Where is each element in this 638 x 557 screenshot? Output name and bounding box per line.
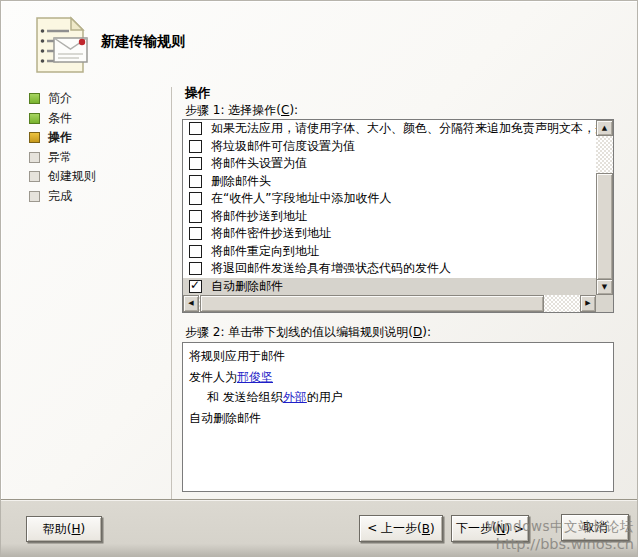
rule-value-link[interactable]: 外部 — [283, 390, 307, 404]
action-checkbox[interactable]: ✓ — [189, 175, 202, 188]
action-label: 将邮件抄送到地址 — [211, 208, 307, 225]
action-checkbox[interactable]: ✓ — [189, 210, 202, 223]
action-row[interactable]: ✓ 将邮件重定向到地址 — [183, 243, 596, 261]
scroll-up-icon[interactable]: ▲ — [596, 120, 613, 136]
step1-label: 步骤 1: 选择操作(C): — [185, 102, 298, 119]
rule-description-line: 发件人为邢俊坚 — [189, 367, 607, 388]
action-row[interactable]: ✓ 将邮件头设置为值 — [183, 155, 596, 173]
help-button[interactable]: 帮助(H) — [26, 516, 102, 542]
action-label: 将邮件密件抄送到地址 — [211, 225, 331, 242]
step-status-icon — [29, 191, 40, 202]
transport-rule-icon — [29, 14, 91, 76]
action-checkbox[interactable]: ✓ — [189, 245, 202, 258]
checkmark-icon: ✓ — [190, 278, 200, 292]
rule-description-line: 和 发送给组织外部的用户 — [189, 387, 607, 408]
rule-description-line: 将规则应用于邮件 — [189, 346, 607, 367]
step-label: 完成 — [48, 188, 72, 205]
action-label: 将垃圾邮件可信度设置为值 — [211, 138, 355, 155]
action-checkbox[interactable]: ✓ — [189, 140, 202, 153]
action-checkbox[interactable]: ✓ — [189, 262, 202, 275]
action-label: 如果无法应用，请使用字体、大小、颜色、分隔符来追加免责声明文本，并回退到操作 — [211, 120, 596, 137]
rule-text: 的用户 — [307, 390, 343, 404]
sidebar-divider — [171, 87, 172, 499]
vertical-scroll-thumb[interactable] — [596, 173, 613, 280]
step-status-icon — [29, 113, 40, 124]
scroll-right-icon[interactable]: ▶ — [580, 295, 596, 312]
horizontal-scroll-track[interactable] — [199, 295, 580, 312]
step-status-icon — [29, 152, 40, 163]
scroll-down-icon[interactable]: ▼ — [596, 279, 613, 295]
step-label: 简介 — [48, 90, 72, 107]
action-row[interactable]: ✓ 如果无法应用，请使用字体、大小、颜色、分隔符来追加免责声明文本，并回退到操作 — [183, 120, 596, 138]
section-title: 操作 — [185, 85, 210, 102]
horizontal-scrollbar[interactable]: ◀ ▶ — [183, 295, 596, 312]
back-button[interactable]: < 上一步(B) — [359, 515, 443, 542]
rule-description-box: 将规则应用于邮件发件人为邢俊坚和 发送给组织外部的用户自动删除邮件 — [182, 342, 614, 492]
action-checkbox[interactable]: ✓ — [189, 157, 202, 170]
next-button[interactable]: 下一步(N) > — [451, 515, 529, 542]
page-title: 新建传输规则 — [101, 33, 185, 51]
step-status-icon — [29, 93, 40, 104]
rule-text: 发件人为 — [189, 370, 237, 384]
action-row[interactable]: ✓ 自动删除邮件 — [183, 278, 596, 296]
step-label: 操作 — [48, 129, 72, 146]
rule-text: 自动删除邮件 — [189, 411, 261, 425]
wizard-step-item[interactable]: 简介 — [29, 89, 159, 109]
step-label: 异常 — [48, 149, 72, 166]
vertical-scroll-track[interactable] — [596, 136, 613, 279]
step2-label: 步骤 2: 单击带下划线的值以编辑规则说明(D): — [185, 324, 431, 341]
rule-description-line: 自动删除邮件 — [189, 408, 607, 429]
cancel-button[interactable]: 取消 — [561, 514, 629, 541]
action-row[interactable]: ✓ 在“收件人”字段地址中添加收件人 — [183, 190, 596, 208]
vertical-scrollbar[interactable]: ▲ ▼ — [596, 120, 613, 295]
step-label: 创建规则 — [48, 168, 96, 185]
wizard-step-item[interactable]: 完成 — [29, 187, 159, 207]
step-label: 条件 — [48, 110, 72, 127]
action-label: 将退回邮件发送给具有增强状态代码的发件人 — [211, 260, 451, 277]
wizard-step-item[interactable]: 条件 — [29, 109, 159, 129]
action-label: 将邮件头设置为值 — [211, 155, 307, 172]
wizard-step-item[interactable]: 创建规则 — [29, 167, 159, 187]
wizard-steps: 简介 条件 操作 异常 创建规则 完成 — [29, 89, 159, 206]
actions-listbox[interactable]: ✓ 如果无法应用，请使用字体、大小、颜色、分隔符来追加免责声明文本，并回退到操作… — [182, 119, 614, 313]
action-row[interactable]: ✓ 将邮件密件抄送到地址 — [183, 225, 596, 243]
action-row[interactable]: ✓ 删除邮件头 — [183, 173, 596, 191]
actions-rows: ✓ 如果无法应用，请使用字体、大小、颜色、分隔符来追加免责声明文本，并回退到操作… — [183, 120, 596, 295]
action-checkbox[interactable]: ✓ — [189, 280, 202, 293]
action-checkbox[interactable]: ✓ — [189, 192, 202, 205]
rule-text: 和 发送给组织 — [207, 390, 283, 404]
action-checkbox[interactable]: ✓ — [189, 122, 202, 135]
action-row[interactable]: ✓ 将退回邮件发送给具有增强状态代码的发件人 — [183, 260, 596, 278]
action-label: 自动删除邮件 — [211, 278, 283, 295]
action-label: 在“收件人”字段地址中添加收件人 — [211, 190, 391, 207]
step-status-icon — [29, 132, 40, 143]
rule-value-link[interactable]: 邢俊坚 — [237, 370, 273, 384]
wizard-step-item[interactable]: 异常 — [29, 148, 159, 168]
action-row[interactable]: ✓ 将邮件抄送到地址 — [183, 208, 596, 226]
scroll-left-icon[interactable]: ◀ — [183, 295, 199, 312]
new-transport-rule-wizard: 新建传输规则 简介 条件 操作 异常 创建规则 完成 — [0, 0, 638, 557]
horizontal-scroll-thumb[interactable] — [200, 295, 544, 312]
action-checkbox[interactable]: ✓ — [189, 227, 202, 240]
action-label: 将邮件重定向到地址 — [211, 243, 319, 260]
scrollbar-corner — [596, 295, 613, 312]
step-status-icon — [29, 171, 40, 182]
action-label: 删除邮件头 — [211, 173, 271, 190]
rule-text: 将规则应用于邮件 — [189, 349, 285, 363]
action-row[interactable]: ✓ 将垃圾邮件可信度设置为值 — [183, 138, 596, 156]
wizard-step-item[interactable]: 操作 — [29, 128, 159, 148]
